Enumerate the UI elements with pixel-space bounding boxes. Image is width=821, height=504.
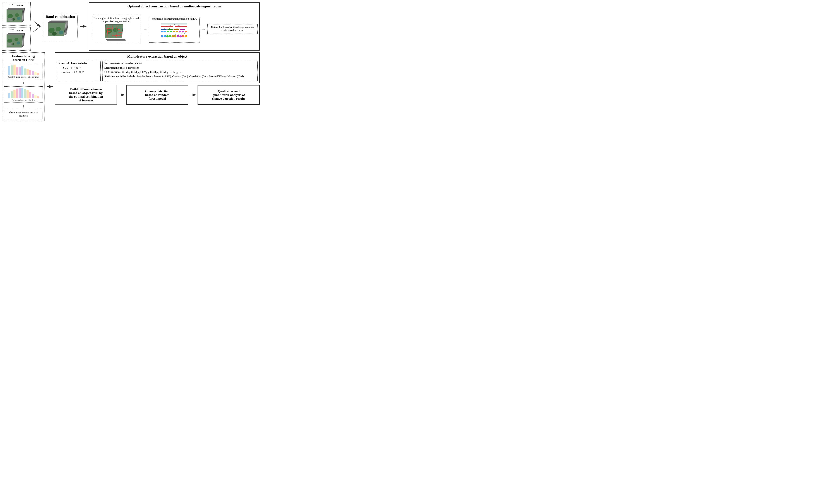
feature-filtering-box: Feature filteringbased on CBSS Contribut… — [2, 52, 45, 121]
multi-feature-inner: Spectral characteristics • Mean of R, G,… — [57, 60, 258, 81]
multi-feature-box: Multi-feature extraction based on object… — [55, 52, 260, 83]
band-combination-svg — [48, 20, 72, 38]
svg-line-72 — [183, 32, 186, 35]
bar-item — [21, 66, 23, 75]
bar-item — [26, 90, 29, 98]
bar-item — [34, 72, 36, 75]
bar-item — [24, 68, 26, 75]
svg-point-63 — [185, 35, 187, 37]
seg-box-3: Determination of optimal segmentation sc… — [208, 24, 258, 34]
bar-item — [32, 94, 34, 98]
arrow-seg2-seg3: → — [201, 27, 206, 32]
svg-point-56 — [166, 35, 168, 37]
arrow-svg-4 — [118, 92, 125, 98]
down-arrow-1: ↓ — [4, 80, 43, 85]
spectral-item-2-text: variance of R, G, B — [63, 71, 84, 74]
band-combination-box: Band combination — [43, 13, 78, 40]
down-arrow-2: ↓ — [4, 104, 43, 108]
texture-direction: Direction includes: 8 Directions — [104, 66, 256, 70]
t1-stacked — [7, 8, 26, 24]
svg-rect-32 — [161, 24, 187, 24]
svg-point-58 — [171, 35, 174, 37]
svg-point-60 — [177, 35, 179, 37]
seg1-label: Over-segmentation based on graph-based s… — [92, 17, 140, 23]
svg-line-70 — [178, 32, 180, 35]
svg-rect-36 — [167, 29, 173, 30]
bar-chart-cumulative — [8, 87, 39, 98]
svg-rect-39 — [161, 31, 163, 32]
svg-rect-47 — [185, 31, 187, 32]
seg1-svg — [105, 24, 127, 41]
svg-rect-7 — [8, 18, 13, 21]
t1-svg — [7, 8, 26, 24]
bar-item — [32, 71, 34, 75]
svg-rect-34 — [175, 26, 187, 27]
images-column: T1 image — [2, 2, 31, 51]
bar-item — [13, 65, 15, 75]
svg-rect-15 — [7, 43, 13, 46]
svg-line-67 — [170, 32, 171, 35]
svg-point-62 — [182, 35, 184, 37]
t2-label: T2 image — [10, 29, 23, 32]
bottom-row: Feature filteringbased on CBSS Contribut… — [2, 52, 260, 121]
spectral-title: Spectral characteristics — [59, 62, 99, 65]
main-container: T1 image — [2, 2, 260, 121]
optimal-features-label: The optimal combination of features — [9, 111, 38, 117]
svg-line-66 — [167, 32, 168, 35]
spectral-box: Spectral characteristics • Mean of R, G,… — [57, 60, 101, 81]
bar-item — [19, 88, 21, 98]
bar-chart-contribution — [8, 64, 39, 75]
optimal-object-box: Optimal object construction based on mul… — [89, 2, 260, 51]
svg-rect-45 — [179, 31, 181, 32]
optimal-object-inner: Over-segmentation based on graph-based s… — [91, 10, 258, 48]
arrow-svg-2 — [79, 23, 87, 30]
svg-line-50 — [164, 27, 167, 29]
spectral-item-1-text: Mean of R, G, B — [63, 67, 81, 70]
svg-line-49 — [174, 24, 181, 26]
seg-box-2: Multiscale segmentation based on FNEA — [149, 16, 199, 43]
arrow-svg-3 — [46, 83, 53, 90]
t2-svg — [7, 33, 26, 49]
svg-line-68 — [173, 32, 174, 35]
optimal-object-title: Optimal object construction based on mul… — [91, 4, 258, 8]
texture-stats: Statistical variables include: Angular S… — [104, 75, 256, 78]
bar-item — [8, 93, 10, 98]
chart-contribution: Contribution degree at one time — [4, 63, 43, 79]
svg-rect-44 — [176, 31, 178, 32]
t1-image-box: T1 image — [2, 2, 31, 26]
arrow-ff-mf — [46, 52, 53, 121]
svg-line-52 — [176, 27, 181, 29]
svg-point-57 — [169, 35, 171, 37]
svg-rect-35 — [161, 29, 166, 30]
svg-rect-30 — [106, 39, 125, 40]
arrow-seg1-seg2: → — [143, 27, 147, 32]
seg-box-1: Over-segmentation based on graph-based s… — [91, 15, 141, 43]
chart-cumulative: Cumulative contribution — [4, 86, 43, 103]
svg-line-53 — [181, 27, 182, 29]
svg-rect-41 — [167, 31, 169, 32]
bar-item — [24, 89, 26, 98]
bar-item — [11, 65, 13, 75]
spectral-item-1: • Mean of R, G, B — [61, 67, 99, 70]
spectral-item-2: • variance of R, G, B — [61, 71, 99, 74]
chart2-label: Cumulative contribution — [12, 99, 35, 101]
bar-item — [34, 95, 36, 98]
optimal-features-box: The optimal combination of features — [4, 110, 43, 119]
bottom-right: Multi-feature extraction based on object… — [55, 52, 260, 121]
band-combination-label: Band combination — [46, 15, 75, 19]
svg-line-71 — [180, 32, 183, 35]
svg-line-69 — [175, 32, 177, 35]
seg3-label: Determination of optimal segmentation sc… — [209, 26, 256, 32]
arrow-bd-cd — [118, 92, 125, 98]
bar-item — [8, 66, 10, 75]
bar-item — [16, 89, 18, 98]
flow-row: Build difference image based on object-l… — [55, 85, 260, 105]
seg2-label: Multiscale segmentation based on FNEA — [152, 17, 197, 21]
arrow-svg-5 — [190, 92, 196, 98]
svg-line-16 — [33, 21, 40, 26]
build-diff-box: Build difference image based on object-l… — [55, 85, 117, 105]
svg-rect-31 — [107, 40, 125, 41]
multi-feature-title: Multi-feature extraction based on object — [57, 55, 258, 58]
t2-image-box: T2 image — [2, 27, 31, 51]
svg-point-54 — [161, 35, 163, 37]
